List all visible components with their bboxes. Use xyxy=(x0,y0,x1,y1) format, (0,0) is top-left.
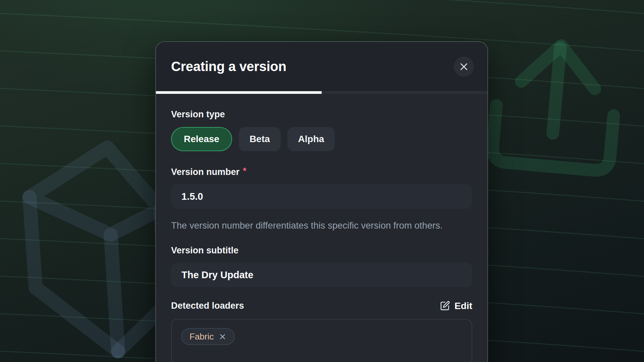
version-type-beta-button[interactable]: Beta xyxy=(239,127,281,151)
modal-title: Creating a version xyxy=(171,59,286,74)
version-number-input[interactable] xyxy=(171,184,472,209)
version-type-release-button[interactable]: Release xyxy=(171,127,232,151)
version-subtitle-label: Version subtitle xyxy=(171,245,472,256)
pencil-square-icon xyxy=(440,301,450,311)
version-number-label-row: Version number * xyxy=(171,167,472,178)
remove-icon[interactable] xyxy=(219,333,226,341)
version-number-help: The version number differentiates this s… xyxy=(171,218,458,233)
detected-loaders-label: Detected loaders xyxy=(171,300,244,311)
version-type-alpha-button[interactable]: Alpha xyxy=(287,127,335,151)
modal-header: Creating a version xyxy=(156,42,487,91)
loader-chip-label: Fabric xyxy=(190,331,214,342)
detected-loaders-box: Fabric xyxy=(171,319,472,362)
detected-loaders-header: Detected loaders Edit xyxy=(171,300,472,311)
create-version-modal: Creating a version Version type Release … xyxy=(155,41,488,362)
close-button[interactable] xyxy=(454,57,474,77)
modal-body: Version type Release Beta Alpha Version … xyxy=(156,94,487,362)
close-icon xyxy=(459,62,469,72)
version-type-options: Release Beta Alpha xyxy=(171,127,472,151)
version-subtitle-input[interactable] xyxy=(171,262,472,287)
edit-loaders-button[interactable]: Edit xyxy=(440,301,472,311)
loader-chip-fabric[interactable]: Fabric xyxy=(181,328,235,345)
progress-track xyxy=(156,91,487,94)
version-number-label: Version number xyxy=(171,167,239,178)
required-asterisk: * xyxy=(243,166,247,176)
progress-fill xyxy=(156,91,322,94)
version-type-label: Version type xyxy=(171,109,472,120)
cube-wireframe-icon xyxy=(30,147,166,351)
edit-loaders-label: Edit xyxy=(454,301,472,311)
upload-arrow-icon xyxy=(491,40,619,171)
